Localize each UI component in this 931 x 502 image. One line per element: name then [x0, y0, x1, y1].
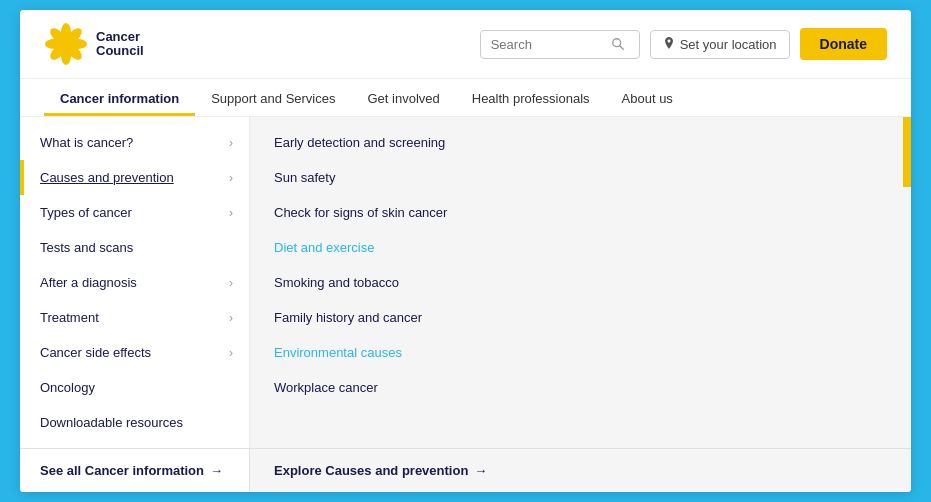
logo-text: Cancer Council: [96, 30, 144, 59]
nav-item-health-professionals[interactable]: Health professionals: [456, 79, 606, 116]
sidebar-item-oncology[interactable]: Oncology: [20, 370, 249, 405]
content-item-environmental-causes[interactable]: Environmental causes: [274, 335, 887, 370]
chevron-icon: ›: [229, 346, 233, 360]
svg-line-10: [619, 46, 623, 50]
see-all-label: See all Cancer information: [40, 463, 204, 478]
dropdown-area: What is cancer? › Causes and prevention …: [20, 117, 911, 448]
explore-section: Explore Causes and prevention →: [250, 449, 911, 492]
logo-line1: Cancer: [96, 30, 144, 44]
svg-point-8: [59, 37, 73, 51]
accent-bar: [903, 117, 911, 187]
chevron-icon: ›: [229, 171, 233, 185]
logo-icon: [44, 22, 88, 66]
see-all-arrow: →: [210, 463, 223, 478]
sidebar-item-treatment[interactable]: Treatment ›: [20, 300, 249, 335]
chevron-icon: ›: [229, 311, 233, 325]
content-item-diet-exercise[interactable]: Diet and exercise: [274, 230, 887, 265]
sidebar-item-types-of-cancer[interactable]: Types of cancer ›: [20, 195, 249, 230]
explore-label: Explore Causes and prevention: [274, 463, 468, 478]
content-item-workplace-cancer[interactable]: Workplace cancer: [274, 370, 887, 405]
see-all-link[interactable]: See all Cancer information →: [40, 463, 229, 478]
location-button[interactable]: Set your location: [650, 30, 790, 59]
content-panel: Early detection and screening Sun safety…: [250, 117, 911, 448]
nav-item-cancer-info[interactable]: Cancer information: [44, 79, 195, 116]
content-item-family-history[interactable]: Family history and cancer: [274, 300, 887, 335]
search-box[interactable]: [480, 30, 640, 59]
content-item-check-signs[interactable]: Check for signs of skin cancer: [274, 195, 887, 230]
location-label: Set your location: [680, 37, 777, 52]
see-all-section: See all Cancer information →: [20, 449, 250, 492]
search-input[interactable]: [491, 37, 611, 52]
nav-item-support-services[interactable]: Support and Services: [195, 79, 351, 116]
chevron-icon: ›: [229, 136, 233, 150]
sidebar-item-downloadable-resources[interactable]: Downloadable resources: [20, 405, 249, 440]
bottom-row: See all Cancer information → Explore Cau…: [20, 448, 911, 492]
sidebar-item-tests-scans[interactable]: Tests and scans: [20, 230, 249, 265]
nav-bar: Cancer information Support and Services …: [20, 79, 911, 117]
sidebar-item-cancer-side-effects[interactable]: Cancer side effects ›: [20, 335, 249, 370]
sidebar: What is cancer? › Causes and prevention …: [20, 117, 250, 448]
header: Cancer Council Set your location Donate: [20, 10, 911, 79]
explore-link[interactable]: Explore Causes and prevention →: [274, 463, 887, 478]
logo-area[interactable]: Cancer Council: [44, 22, 144, 66]
content-item-smoking-tobacco[interactable]: Smoking and tobacco: [274, 265, 887, 300]
chevron-icon: ›: [229, 206, 233, 220]
donate-button[interactable]: Donate: [800, 28, 887, 60]
explore-arrow: →: [474, 463, 487, 478]
nav-item-get-involved[interactable]: Get involved: [351, 79, 455, 116]
content-item-sun-safety[interactable]: Sun safety: [274, 160, 887, 195]
search-icon: [611, 37, 625, 51]
sidebar-item-what-is-cancer[interactable]: What is cancer? ›: [20, 125, 249, 160]
sidebar-item-causes-prevention[interactable]: Causes and prevention ›: [20, 160, 249, 195]
location-icon: [663, 37, 675, 51]
logo-line2: Council: [96, 44, 144, 58]
nav-item-about-us[interactable]: About us: [606, 79, 689, 116]
content-item-early-detection[interactable]: Early detection and screening: [274, 125, 887, 160]
header-right: Set your location Donate: [480, 28, 887, 60]
chevron-icon: ›: [229, 276, 233, 290]
sidebar-item-after-diagnosis[interactable]: After a diagnosis ›: [20, 265, 249, 300]
